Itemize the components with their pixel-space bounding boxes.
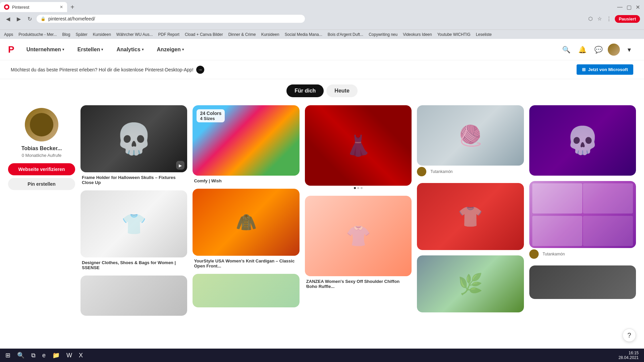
bookmark-youtube[interactable]: Youtube WICHTIG (437, 32, 471, 37)
bookmark-label: Dinner & Crime (228, 32, 256, 37)
notifications-button[interactable]: 🔔 (576, 43, 589, 56)
pin-title: Frame Holder for Halloween Skulls – Fixt… (80, 172, 187, 185)
pin-collage[interactable]: Tutankamón (529, 181, 636, 260)
bookmark-kursideen1[interactable]: Kursideen (93, 32, 111, 37)
task-view-button[interactable]: ⧉ (29, 351, 38, 360)
pin-red-tshirt[interactable]: 👕 (417, 183, 524, 250)
pin-outdoor[interactable]: 🌿 (417, 255, 524, 312)
pin-ssense[interactable]: 👕 Designer Clothes, Shoes & Bags for Wom… (80, 190, 187, 270)
back-button[interactable]: ◀ (4, 14, 12, 23)
bookmark-apps[interactable]: Apps (4, 32, 13, 37)
bookmark-label: Währcher WU Aus... (116, 32, 153, 37)
bookmark-produktsuche[interactable]: Produktsuche - Mer... (18, 32, 57, 37)
bookmark-canva[interactable]: Cload + Canva Bilder (185, 32, 223, 37)
pin-title: Designer Clothes, Shoes & Bags for Women… (80, 257, 187, 270)
excel-button[interactable]: X (76, 351, 86, 360)
masonry-col-2: 24 Colors 4 Sizes Comfy | Wish 🧥 YourSty… (193, 105, 299, 360)
bookmark-label: Kursideen (261, 32, 279, 37)
bookmark-dinner[interactable]: Dinner & Crime (228, 32, 256, 37)
more-options-button[interactable]: ▾ (623, 43, 636, 56)
chevron-down-icon: ▾ (101, 48, 103, 51)
nav-unternehmen[interactable]: Unternehmen ▾ (22, 44, 68, 55)
browser-profile-button[interactable]: Pausiert (615, 15, 640, 23)
banner-text: Möchtest du das beste Pinterest erleben?… (11, 67, 194, 72)
bookmark-label: Leseliste (476, 32, 492, 37)
bookmark-label: Apps (4, 32, 13, 37)
pin-comfy-wish[interactable]: 24 Colors 4 Sizes Comfy | Wish (193, 105, 299, 183)
profile-card: Tobias Becker... 0 Monatliche Aufrufe We… (8, 105, 75, 360)
bookmark-socialmedia[interactable]: Social Media Mana... (285, 32, 322, 37)
messages-button[interactable]: 💬 (592, 43, 605, 56)
bookmark-label: Videokurs Ideen (403, 32, 432, 37)
masonry-col-5: 💀 Tutankamón (529, 105, 636, 360)
bookmark-blog[interactable]: Blog (62, 32, 70, 37)
pin-title: ZANZEA Women's Sexy Off Shoulder Chiffon… (305, 276, 412, 289)
tab-close-button[interactable]: ✕ (60, 5, 63, 9)
pin-extra1[interactable] (80, 276, 187, 316)
close-window-button[interactable]: ✕ (634, 3, 641, 12)
bookmark-kursideen2[interactable]: Kursideen (261, 32, 279, 37)
masonry-col-4: 🧶 Tutankamón 👕 🌿 (417, 105, 524, 360)
feed-tabs: Für dich Heute (0, 79, 644, 100)
bookmark-leseliste[interactable]: Leseliste (476, 32, 492, 37)
edge-button[interactable]: e (40, 351, 48, 360)
bookmark-btn[interactable]: ☆ (596, 14, 603, 23)
explorer-button[interactable]: 📁 (50, 350, 62, 360)
browser-tab[interactable]: Pinterest ✕ (0, 2, 67, 12)
word-button[interactable]: W (64, 351, 75, 360)
create-pin-label: Pin erstellen (28, 181, 55, 187)
profile-avatar[interactable] (25, 108, 58, 141)
nav-erstellen[interactable]: Erstellen ▾ (73, 44, 107, 55)
bookmark-label: Copywriting neu (369, 32, 397, 37)
forward-button[interactable]: ▶ (15, 14, 23, 23)
banner-arrow-icon[interactable]: → (196, 66, 204, 74)
pin-skull-purple[interactable]: 💀 (529, 105, 636, 176)
minimize-button[interactable]: — (616, 3, 624, 11)
browser-menu-btn[interactable]: ⋮ (605, 14, 613, 23)
pin-plaid[interactable]: 👗 (305, 105, 412, 190)
pinterest-logo: P (8, 44, 14, 55)
bookmark-copywriting[interactable]: Copywriting neu (369, 32, 397, 37)
pin-yourstyle[interactable]: 🧥 YourStyle USA Women's Knit Cardigan – … (193, 189, 299, 268)
nav-anzeigen-label: Anzeigen (157, 47, 181, 53)
url-bar[interactable]: 🔒 pinterest.at/homefeed/ (37, 15, 305, 23)
bookmark-waehlfaecher[interactable]: Währcher WU Aus... (116, 32, 153, 37)
pin-zanzea[interactable]: 👚 ZANZEA Women's Sexy Off Shoulder Chiff… (305, 196, 412, 289)
new-tab-button[interactable]: + (68, 2, 76, 12)
create-pin-button[interactable]: Pin erstellen (8, 178, 75, 190)
verify-btn-label: Webseite verifizieren (18, 167, 65, 172)
start-button[interactable]: ⊞ (3, 350, 13, 360)
bookmark-pdf[interactable]: PDF Report (158, 32, 179, 37)
bookmark-label: Produktsuche - Mer... (18, 32, 57, 37)
browser-extension-btn[interactable]: ⬡ (587, 14, 594, 23)
chevron-down-icon: ▾ (182, 48, 184, 51)
tab-fuer-dich[interactable]: Für dich (286, 84, 324, 97)
user-avatar[interactable] (608, 44, 620, 56)
microsoft-ad[interactable]: ⊞ Jetzt von Microsoft (577, 64, 633, 75)
verify-website-button[interactable]: Webseite verifizieren (8, 163, 75, 175)
nav-analytics[interactable]: Analytics ▾ (112, 44, 147, 55)
dot-2 (357, 187, 359, 189)
masonry-col-1: 💀 ▶ Frame Holder for Halloween Skulls – … (80, 105, 187, 360)
microsoft-ad-text: Jetzt von Microsoft (588, 67, 628, 72)
taskbar: ⊞ 🔍 ⧉ e 📁 W X 16:15 28.04.2021 (0, 349, 644, 362)
bookmark-label: Kursideen (93, 32, 111, 37)
pin-extra5[interactable] (529, 265, 636, 299)
search-taskbar[interactable]: 🔍 (14, 350, 27, 360)
tab-title: Pinterest (12, 5, 29, 10)
refresh-button[interactable]: ↻ (25, 14, 34, 23)
maximize-button[interactable]: ▢ (625, 3, 633, 12)
tab-heute[interactable]: Heute (326, 84, 357, 97)
chevron-down-icon: ▾ (62, 48, 64, 51)
search-button[interactable]: 🔍 (559, 43, 573, 56)
help-button[interactable]: ? (623, 328, 636, 342)
pin-author-row: Tutankamón (529, 248, 636, 260)
pin-sweater[interactable]: 🧶 Tutankamón (417, 105, 524, 178)
bookmark-videokurs[interactable]: Videokurs Ideen (403, 32, 432, 37)
pin-halloween-skull[interactable]: 💀 ▶ Frame Holder for Halloween Skulls – … (80, 105, 187, 185)
url-text: pinterest.at/homefeed/ (48, 16, 95, 21)
bookmark-bois[interactable]: Bois d'Argent Duft... (328, 32, 363, 37)
bookmark-spaeter[interactable]: Später (75, 32, 87, 37)
pin-extra2[interactable] (193, 274, 299, 307)
nav-anzeigen[interactable]: Anzeigen ▾ (153, 44, 188, 55)
